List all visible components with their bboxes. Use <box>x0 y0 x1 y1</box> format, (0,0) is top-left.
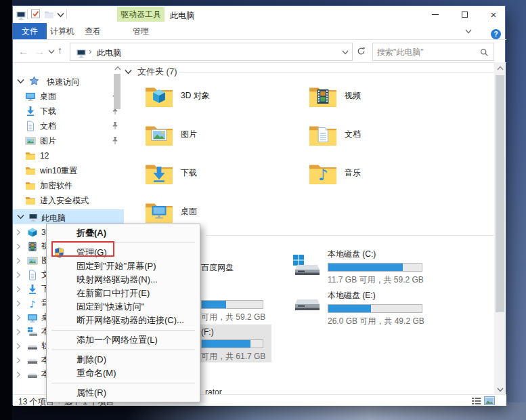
up-button[interactable]: ↑ <box>58 45 62 56</box>
drive-item[interactable]: 可用，共 59.2 GB <box>201 297 279 323</box>
back-button[interactable]: ← <box>18 45 28 57</box>
folder-tile[interactable]: 3D 对象 <box>145 77 309 115</box>
ribbon-divider <box>13 39 506 40</box>
capacity-bar <box>201 300 263 309</box>
drive-item-f[interactable]: (F:) 可用，共 61.7 GB <box>201 327 279 362</box>
collapse-chevron-icon[interactable] <box>16 371 21 378</box>
address-dropdown-icon[interactable] <box>342 50 349 55</box>
capacity-fill <box>202 340 250 348</box>
sidebar-item-label: 图片 <box>40 135 56 147</box>
menu-item[interactable]: 删除(D) <box>47 353 200 366</box>
drive-name: (F:) <box>201 327 279 337</box>
drive-icon <box>27 341 38 352</box>
tile-document-icon <box>309 123 337 146</box>
tile-desktop-icon <box>145 201 173 224</box>
collapse-chevron-icon[interactable] <box>16 300 21 307</box>
help-button[interactable]: ? <box>491 29 501 39</box>
search-icon[interactable] <box>480 48 489 57</box>
folder-tile[interactable]: ♪音乐 <box>309 154 473 192</box>
menu-item-label: 属性(R) <box>76 387 106 398</box>
sidebar-item-this-pc[interactable]: 此电脑 <box>13 209 124 224</box>
forward-button[interactable]: → <box>35 45 45 57</box>
address-bar[interactable]: › 此电脑 <box>70 43 353 61</box>
minimize-button[interactable] <box>424 7 446 22</box>
maximize-button[interactable] <box>454 7 475 22</box>
tab-manage[interactable]: 管理 <box>117 23 165 39</box>
folder-tile[interactable]: 视频 <box>309 77 473 115</box>
search-box[interactable] <box>372 43 494 61</box>
collapse-chevron-icon[interactable] <box>16 329 21 335</box>
sidebar-item[interactable]: 文档 <box>13 119 124 133</box>
breadcrumb-chevron: › <box>89 46 91 56</box>
menu-item[interactable]: 重命名(M) <box>47 366 200 380</box>
tab-computer[interactable]: 计算机 <box>45 23 79 39</box>
collapse-chevron-icon[interactable] <box>16 314 21 321</box>
sidebar-item[interactable]: 图片 <box>13 133 124 148</box>
menu-item-label: 映射网络驱动器(N)... <box>76 274 158 285</box>
collapse-chevron-icon[interactable] <box>16 257 21 264</box>
close-button[interactable]: × <box>483 7 504 22</box>
sidebar-item-quick-access[interactable]: 快速访问 <box>13 74 124 88</box>
sidebar-item[interactable]: win10重置 <box>13 163 124 178</box>
collapse-chevron-icon[interactable] <box>16 229 21 236</box>
folder-tile[interactable]: 图片 <box>145 115 309 154</box>
sidebar-item[interactable]: 进入安全模式 <box>13 193 124 208</box>
qat-chevron-down-icon[interactable] <box>57 12 64 18</box>
tab-view[interactable]: 查看 <box>78 23 108 39</box>
drive-e-icon[interactable] <box>292 299 320 314</box>
scroll-up-icon[interactable] <box>497 66 504 70</box>
pin-icon <box>112 122 118 130</box>
history-chevron-icon[interactable] <box>48 49 55 54</box>
collapse-chevron-icon[interactable] <box>16 343 21 350</box>
collapse-chevron-icon[interactable] <box>16 243 21 250</box>
qat-checkbox-icon[interactable] <box>31 9 40 18</box>
search-input[interactable] <box>377 44 479 60</box>
minimize-icon <box>432 14 439 15</box>
group-collapse-icon[interactable] <box>125 69 132 75</box>
help-icon: ? <box>494 30 498 38</box>
menu-separator <box>51 383 195 383</box>
sidebar-item[interactable]: 12 <box>13 148 124 163</box>
menu-item[interactable]: 断开网络驱动器的连接(C)... <box>47 314 200 327</box>
collapse-chevron-icon[interactable] <box>16 286 21 293</box>
sidebar-item[interactable]: 桌面 <box>13 89 124 104</box>
svg-text:♪: ♪ <box>318 166 328 184</box>
collapse-chevron-icon[interactable] <box>16 272 21 278</box>
drive-item-baidu[interactable]: 百度网盘 <box>201 262 282 274</box>
ribbon-collapse-icon[interactable] <box>465 29 472 34</box>
sidebar-item[interactable]: 加密软件 <box>13 178 124 193</box>
menu-item[interactable]: 固定到"开始"屏幕(P) <box>47 259 200 273</box>
svg-text:♪: ♪ <box>30 298 36 309</box>
menu-item[interactable]: 固定到"快速访问" <box>47 300 200 314</box>
menu-separator <box>51 350 195 350</box>
scroll-down-icon[interactable] <box>497 387 504 392</box>
menu-item[interactable]: 添加一个网络位置(L) <box>47 333 200 347</box>
tab-file[interactable]: 文件 <box>13 23 47 39</box>
menu-item[interactable]: 在新窗口中打开(E) <box>47 287 200 300</box>
menu-item[interactable]: 折叠(A) <box>47 226 200 240</box>
tab-label: 计算机 <box>50 26 74 37</box>
breadcrumb-segment[interactable]: 此电脑 <box>97 47 121 59</box>
folder-tile[interactable]: 下载 <box>145 154 309 192</box>
qat-folder-icon[interactable] <box>44 10 54 19</box>
drive-item-e[interactable]: 本地磁盘 (E:) 26.0 GB 可用，共 49.2 GB <box>328 290 446 327</box>
tile-picture-icon <box>145 123 173 146</box>
expand-chevron-icon[interactable] <box>17 79 24 84</box>
folder-tile[interactable]: 文档 <box>309 115 473 154</box>
refresh-icon[interactable] <box>357 47 366 56</box>
capacity-bar <box>328 304 422 313</box>
qat-computer-icon[interactable] <box>16 9 26 20</box>
sidebar-item[interactable]: 下载 <box>13 104 124 119</box>
sidebar-scroll-up-icon[interactable] <box>114 66 121 70</box>
menu-item[interactable]: 属性(R) <box>47 386 200 400</box>
drive-c-icon[interactable] <box>292 255 320 278</box>
drive-item-c[interactable]: 本地磁盘 (C:) 11.7 GB 可用，共 59.2 GB <box>328 249 446 286</box>
details-view-button[interactable] <box>472 397 481 405</box>
sidebar-scrollbar-thumb[interactable] <box>114 74 120 109</box>
menu-item[interactable]: 映射网络驱动器(N)... <box>47 273 200 287</box>
expand-chevron-icon[interactable] <box>17 214 24 219</box>
thumbnails-view-button[interactable] <box>484 396 495 405</box>
sidebar-item-label: 12 <box>40 151 49 161</box>
collapse-chevron-icon[interactable] <box>16 357 21 364</box>
scrollbar-thumb[interactable] <box>496 75 504 312</box>
